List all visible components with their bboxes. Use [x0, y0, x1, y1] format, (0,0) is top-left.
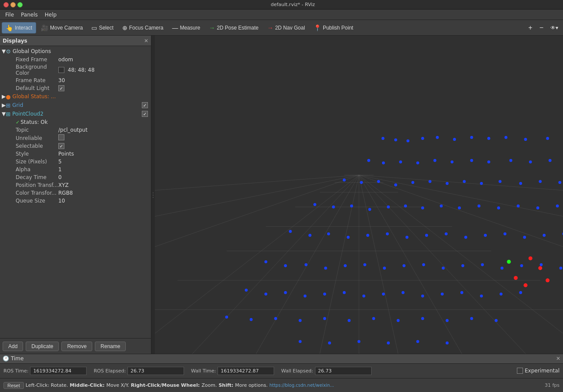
- svg-point-58: [429, 180, 432, 183]
- global-options-expand[interactable]: ▼: [2, 48, 6, 54]
- window-controls[interactable]: [3, 2, 23, 7]
- svg-point-83: [327, 233, 330, 236]
- publish-point-label: Publish Point: [323, 25, 353, 31]
- svg-point-31: [487, 137, 490, 140]
- viewport[interactable]: [155, 36, 563, 354]
- fixed-frame-value[interactable]: odom: [58, 56, 149, 63]
- svg-point-109: [500, 267, 503, 270]
- alpha-label: Alpha: [2, 166, 58, 173]
- measure-button[interactable]: — Measure: [168, 22, 204, 33]
- svg-point-148: [529, 256, 533, 260]
- menu-file[interactable]: File: [2, 11, 17, 19]
- svg-point-131: [298, 319, 302, 322]
- select-button[interactable]: ▭ Select: [87, 22, 117, 33]
- pose-estimate-button[interactable]: → 2D Pose Estimate: [205, 22, 262, 33]
- maximize-button[interactable]: [17, 2, 23, 7]
- svg-point-118: [343, 291, 346, 294]
- resize-handle[interactable]: [151, 36, 155, 354]
- svg-point-81: [289, 230, 292, 233]
- add-toolbar-button[interactable]: +: [525, 23, 535, 33]
- svg-point-64: [539, 180, 542, 183]
- pointcloud2-icon: ⊞: [6, 111, 10, 117]
- svg-point-92: [503, 233, 506, 236]
- nav-goal-button[interactable]: → 2D Nav Goal: [263, 22, 309, 33]
- frame-rate-value[interactable]: 30: [58, 77, 149, 83]
- svg-point-101: [344, 264, 347, 267]
- publish-point-button[interactable]: 📍 Publish Point: [310, 22, 357, 33]
- grid-header[interactable]: ▶ ⊞ Grid: [0, 101, 151, 110]
- ros-time-value: 1619334272.84: [30, 367, 87, 375]
- grid-expand[interactable]: ▶: [2, 102, 6, 108]
- pointcloud2-header[interactable]: ▼ ⊞ PointCloud2: [0, 110, 151, 118]
- reset-button[interactable]: Reset: [3, 382, 24, 389]
- hint-rightclick-label: Right-Click/Mouse Wheel:: [131, 382, 200, 388]
- svg-point-27: [421, 137, 424, 140]
- size-pixels-value[interactable]: 5: [58, 159, 149, 165]
- measure-label: Measure: [180, 25, 200, 31]
- queue-size-value[interactable]: 10: [58, 198, 149, 204]
- global-status-expand[interactable]: ▶: [2, 93, 6, 100]
- topic-value[interactable]: /pcl_output: [58, 127, 149, 133]
- grid-checkbox[interactable]: [142, 102, 148, 108]
- global-status-label: Global Status: ...: [13, 93, 56, 100]
- ros-time-label: ROS Time:: [3, 368, 28, 374]
- bg-color-value[interactable]: 48; 48; 48: [58, 67, 149, 73]
- svg-point-129: [250, 318, 253, 321]
- point-cloud-view[interactable]: [155, 36, 563, 354]
- pointcloud2-checkbox[interactable]: [142, 111, 148, 117]
- remove-toolbar-button[interactable]: −: [536, 23, 546, 33]
- default-light-value[interactable]: [58, 85, 149, 92]
- frame-rate-row: Frame Rate 30: [0, 76, 151, 84]
- displays-title: Displays: [3, 38, 27, 44]
- hint-middleclick-label: Middle-Click:: [70, 382, 104, 388]
- style-value[interactable]: Points: [58, 151, 149, 157]
- svg-point-136: [421, 317, 424, 320]
- color-transformer-value[interactable]: RGB8: [58, 190, 149, 196]
- add-display-button[interactable]: Add: [3, 342, 23, 351]
- global-status-header[interactable]: ▶ ● Global Status: ...: [0, 92, 151, 101]
- frame-rate-label: Frame Rate: [2, 77, 58, 83]
- svg-point-70: [387, 206, 390, 209]
- decay-time-value[interactable]: 0: [58, 174, 149, 180]
- color-transformer-row: Color Transfor... RGB8: [0, 189, 151, 197]
- focus-camera-button[interactable]: ⊕ Focus Camera: [118, 22, 168, 33]
- close-button[interactable]: [3, 2, 9, 7]
- svg-point-86: [386, 233, 389, 236]
- menu-help[interactable]: Help: [41, 11, 60, 19]
- experimental-checkbox[interactable]: [517, 368, 523, 374]
- svg-point-111: [540, 263, 543, 266]
- alpha-value[interactable]: 1: [58, 166, 149, 173]
- rename-display-button[interactable]: Rename: [95, 342, 126, 351]
- menu-panels[interactable]: Panels: [17, 11, 41, 19]
- pose-estimate-label: 2D Pose Estimate: [217, 25, 258, 31]
- pos-transformer-label: Position Transf...: [2, 182, 58, 188]
- selectable-value[interactable]: [58, 143, 149, 149]
- selectable-checkbox[interactable]: [58, 143, 64, 149]
- pos-transformer-value[interactable]: XYZ: [58, 182, 149, 188]
- svg-point-113: [245, 289, 248, 292]
- view-toolbar-button[interactable]: 👁▾: [547, 23, 561, 32]
- unreliable-checkbox[interactable]: [58, 134, 64, 140]
- svg-point-104: [402, 264, 405, 267]
- global-status-icon: ●: [6, 93, 10, 100]
- grid-label: Grid: [12, 102, 141, 108]
- time-close-button[interactable]: ✕: [556, 355, 560, 362]
- default-light-checkbox[interactable]: [58, 85, 64, 91]
- displays-close-button[interactable]: ✕: [144, 38, 148, 44]
- svg-point-67: [332, 206, 335, 209]
- svg-point-60: [463, 180, 466, 183]
- interact-button[interactable]: 👆 Interact: [2, 22, 36, 33]
- duplicate-display-button[interactable]: Duplicate: [26, 342, 59, 351]
- select-label: Select: [99, 25, 113, 31]
- svg-point-121: [402, 291, 405, 294]
- url-link[interactable]: https://blog.csdn.net/weixin...: [269, 383, 334, 388]
- svg-point-82: [308, 234, 312, 237]
- move-camera-button[interactable]: 🎥 Move Camera: [37, 22, 87, 33]
- remove-display-button[interactable]: Remove: [61, 342, 92, 351]
- hint-shift-val: More options.: [235, 382, 268, 388]
- minimize-button[interactable]: [10, 2, 16, 7]
- unreliable-value[interactable]: [58, 134, 149, 142]
- pointcloud2-expand[interactable]: ▼: [2, 111, 6, 117]
- global-options-header[interactable]: ▼ ⚙ Global Options: [0, 47, 151, 56]
- main-area: Displays ✕ ▼ ⚙ Global Options Fixed Fram…: [0, 36, 563, 354]
